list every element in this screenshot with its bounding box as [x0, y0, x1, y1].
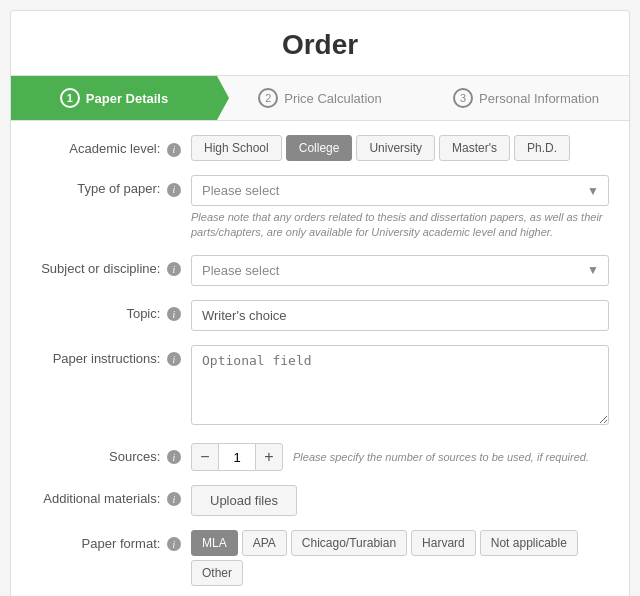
subject-discipline-select-wrap: Please select ▼	[191, 255, 609, 286]
sources-value: 1	[219, 443, 255, 471]
topic-label: Topic: i	[31, 300, 191, 322]
sources-info-icon[interactable]: i	[167, 450, 181, 464]
paper-format-label: Paper format: i	[31, 530, 191, 552]
academic-level-row: Academic level: i High School College Un…	[31, 135, 609, 161]
paper-instructions-info-icon[interactable]: i	[167, 352, 181, 366]
level-high-school[interactable]: High School	[191, 135, 282, 161]
sources-counter: − 1 +	[191, 443, 283, 471]
step-1-num: 1	[60, 88, 80, 108]
type-of-paper-select-wrap: Please select ▼	[191, 175, 609, 206]
sources-hint: Please specify the number of sources to …	[293, 451, 589, 463]
paper-format-buttons: MLA APA Chicago/Turabian Harvard Not app…	[191, 530, 609, 586]
paper-format-info-icon[interactable]: i	[167, 537, 181, 551]
paper-format-row: Paper format: i MLA APA Chicago/Turabian…	[31, 530, 609, 586]
level-college[interactable]: College	[286, 135, 353, 161]
level-phd[interactable]: Ph.D.	[514, 135, 570, 161]
additional-materials-row: Additional materials: i Upload files	[31, 485, 609, 516]
type-of-paper-label: Type of paper: i	[31, 175, 191, 197]
upload-files-button[interactable]: Upload files	[191, 485, 297, 516]
sources-counter-wrap: − 1 + Please specify the number of sourc…	[191, 443, 609, 471]
format-apa[interactable]: APA	[242, 530, 287, 556]
subject-discipline-control: Please select ▼	[191, 255, 609, 286]
paper-instructions-control	[191, 345, 609, 429]
additional-materials-control: Upload files	[191, 485, 609, 516]
academic-level-buttons: High School College University Master's …	[191, 135, 609, 161]
academic-level-label: Academic level: i	[31, 135, 191, 157]
topic-row: Topic: i	[31, 300, 609, 331]
step-2-label: Price Calculation	[284, 91, 382, 106]
topic-control	[191, 300, 609, 331]
step-price-calculation[interactable]: 2 Price Calculation	[217, 76, 423, 120]
form-body: Academic level: i High School College Un…	[11, 121, 629, 596]
sources-control: − 1 + Please specify the number of sourc…	[191, 443, 609, 471]
sources-row: Sources: i − 1 + Please specify the numb…	[31, 443, 609, 471]
topic-input[interactable]	[191, 300, 609, 331]
additional-materials-info-icon[interactable]: i	[167, 492, 181, 506]
format-other[interactable]: Other	[191, 560, 243, 586]
step-3-label: Personal Information	[479, 91, 599, 106]
step-paper-details[interactable]: 1 Paper Details	[11, 76, 217, 120]
academic-level-control: High School College University Master's …	[191, 135, 609, 161]
academic-level-info-icon[interactable]: i	[167, 143, 181, 157]
paper-instructions-row: Paper instructions: i	[31, 345, 609, 429]
type-of-paper-control: Please select ▼ Please note that any ord…	[191, 175, 609, 241]
type-of-paper-row: Type of paper: i Please select ▼ Please …	[31, 175, 609, 241]
order-container: Order 1 Paper Details 2 Price Calculatio…	[10, 10, 630, 596]
paper-instructions-textarea[interactable]	[191, 345, 609, 425]
subject-discipline-info-icon[interactable]: i	[167, 262, 181, 276]
subject-discipline-select[interactable]: Please select	[191, 255, 609, 286]
level-masters[interactable]: Master's	[439, 135, 510, 161]
step-1-label: Paper Details	[86, 91, 168, 106]
level-university[interactable]: University	[356, 135, 435, 161]
step-personal-info[interactable]: 3 Personal Information	[423, 76, 629, 120]
sources-increment-button[interactable]: +	[255, 443, 283, 471]
step-3-num: 3	[453, 88, 473, 108]
type-of-paper-info-icon[interactable]: i	[167, 183, 181, 197]
page-title: Order	[11, 11, 629, 75]
steps-bar: 1 Paper Details 2 Price Calculation 3 Pe…	[11, 75, 629, 121]
format-not-applicable[interactable]: Not applicable	[480, 530, 578, 556]
subject-discipline-row: Subject or discipline: i Please select ▼	[31, 255, 609, 286]
additional-materials-label: Additional materials: i	[31, 485, 191, 507]
paper-instructions-label: Paper instructions: i	[31, 345, 191, 367]
topic-info-icon[interactable]: i	[167, 307, 181, 321]
type-of-paper-hint: Please note that any orders related to t…	[191, 210, 609, 241]
step-2-num: 2	[258, 88, 278, 108]
format-chicago[interactable]: Chicago/Turabian	[291, 530, 407, 556]
format-harvard[interactable]: Harvard	[411, 530, 476, 556]
type-of-paper-select[interactable]: Please select	[191, 175, 609, 206]
sources-decrement-button[interactable]: −	[191, 443, 219, 471]
subject-discipline-label: Subject or discipline: i	[31, 255, 191, 277]
paper-format-control: MLA APA Chicago/Turabian Harvard Not app…	[191, 530, 609, 586]
sources-label: Sources: i	[31, 443, 191, 465]
format-mla[interactable]: MLA	[191, 530, 238, 556]
